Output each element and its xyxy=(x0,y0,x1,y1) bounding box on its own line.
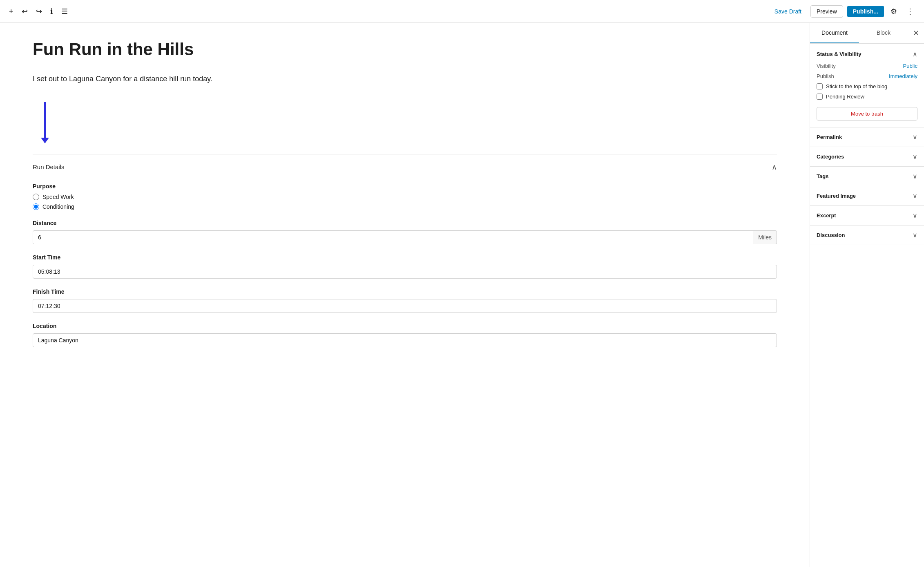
move-to-trash-button[interactable]: Move to trash xyxy=(817,107,917,121)
finish-time-field: Finish Time xyxy=(33,288,777,313)
location-field: Location xyxy=(33,323,777,347)
pending-review-checkbox[interactable] xyxy=(817,94,823,100)
visibility-row: Visibility Public xyxy=(817,63,917,69)
excerpt-section[interactable]: Excerpt ∨ xyxy=(810,206,924,225)
distance-label: Distance xyxy=(33,220,777,226)
arrow-annotation xyxy=(33,102,57,151)
redo-button[interactable]: ↪ xyxy=(33,5,45,18)
start-time-field: Start Time xyxy=(33,254,777,279)
categories-title: Categories xyxy=(817,154,844,160)
publish-row: Publish Immediately xyxy=(817,73,917,79)
stick-to-top-label: Stick to the top of the blog xyxy=(826,83,887,89)
categories-chevron-icon: ∨ xyxy=(913,153,917,161)
pending-review-option: Pending Review xyxy=(817,94,917,100)
redo-icon: ↪ xyxy=(36,8,42,15)
location-label: Location xyxy=(33,323,777,329)
visibility-value[interactable]: Public xyxy=(903,63,917,69)
status-visibility-body: Visibility Public Publish Immediately St… xyxy=(817,63,917,121)
gear-icon: ⚙ xyxy=(891,8,897,15)
distance-input[interactable] xyxy=(33,230,753,244)
content-after: Canyon for a distance hill run today. xyxy=(94,75,212,83)
speed-work-option[interactable]: Speed Work xyxy=(33,194,777,200)
permalink-title: Permalink xyxy=(817,134,842,140)
speed-work-radio[interactable] xyxy=(33,194,39,200)
finish-time-input[interactable] xyxy=(33,299,777,313)
publish-label: Publish xyxy=(817,73,834,79)
main-layout: Fun Run in the Hills I set out to Laguna… xyxy=(0,23,924,567)
purpose-field: Purpose Speed Work Conditioning xyxy=(33,183,777,210)
publish-value[interactable]: Immediately xyxy=(889,73,917,79)
stick-to-top-option: Stick to the top of the blog xyxy=(817,83,917,89)
conditioning-radio[interactable] xyxy=(33,203,39,210)
status-visibility-section: Status & Visibility ∧ Visibility Public … xyxy=(810,44,924,127)
post-title: Fun Run in the Hills xyxy=(33,39,777,60)
more-options-button[interactable]: ⋮ xyxy=(904,5,917,18)
editor-area[interactable]: Fun Run in the Hills I set out to Laguna… xyxy=(0,23,810,567)
tags-section[interactable]: Tags ∨ xyxy=(810,167,924,186)
conditioning-label: Conditioning xyxy=(42,203,74,210)
list-icon: ☰ xyxy=(61,8,68,15)
distance-field: Distance Miles xyxy=(33,220,777,244)
publish-button[interactable]: Publish... xyxy=(847,6,884,17)
featured-image-chevron-icon: ∨ xyxy=(913,192,917,200)
run-details-title: Run Details xyxy=(33,163,65,170)
list-view-button[interactable]: ☰ xyxy=(59,5,70,18)
discussion-section[interactable]: Discussion ∨ xyxy=(810,225,924,245)
tab-block[interactable]: Block xyxy=(859,23,908,43)
undo-icon: ↩ xyxy=(22,8,28,15)
distance-unit: Miles xyxy=(753,230,777,244)
finish-time-label: Finish Time xyxy=(33,288,777,295)
post-content: I set out to Laguna Canyon for a distanc… xyxy=(33,73,777,85)
status-visibility-title: Status & Visibility xyxy=(817,51,862,57)
save-draft-button[interactable]: Save Draft xyxy=(770,6,806,17)
speed-work-label: Speed Work xyxy=(42,194,74,200)
visibility-label: Visibility xyxy=(817,63,836,69)
location-input[interactable] xyxy=(33,333,777,347)
blue-arrow xyxy=(44,102,46,138)
run-details-header[interactable]: Run Details ∧ xyxy=(33,158,777,176)
sidebar-tabs: Document Block ✕ xyxy=(810,23,924,44)
excerpt-title: Excerpt xyxy=(817,212,836,219)
discussion-title: Discussion xyxy=(817,232,845,238)
distance-input-wrapper: Miles xyxy=(33,230,777,244)
content-before: I set out to xyxy=(33,75,69,83)
status-chevron-up-icon: ∧ xyxy=(913,50,917,58)
status-visibility-header[interactable]: Status & Visibility ∧ xyxy=(817,50,917,58)
run-details-body: Purpose Speed Work Conditioning xyxy=(33,176,777,347)
tags-title: Tags xyxy=(817,173,828,179)
stick-to-top-checkbox[interactable] xyxy=(817,83,823,89)
tags-chevron-icon: ∨ xyxy=(913,172,917,180)
conditioning-option[interactable]: Conditioning xyxy=(33,203,777,210)
featured-image-section[interactable]: Featured Image ∨ xyxy=(810,186,924,206)
permalink-chevron-icon: ∨ xyxy=(913,133,917,141)
permalink-section[interactable]: Permalink ∨ xyxy=(810,127,924,147)
pending-review-label: Pending Review xyxy=(826,94,864,100)
purpose-radio-group: Speed Work Conditioning xyxy=(33,194,777,210)
tab-document[interactable]: Document xyxy=(810,23,859,43)
content-link: Laguna xyxy=(69,75,94,83)
start-time-label: Start Time xyxy=(33,254,777,261)
categories-section[interactable]: Categories ∨ xyxy=(810,147,924,167)
run-details-section: Run Details ∧ Purpose Speed Work Conditi xyxy=(33,154,777,347)
start-time-input[interactable] xyxy=(33,265,777,279)
close-sidebar-button[interactable]: ✕ xyxy=(908,23,924,43)
right-sidebar: Document Block ✕ Status & Visibility ∧ V… xyxy=(810,23,924,567)
preview-button[interactable]: Preview xyxy=(810,5,843,18)
featured-image-title: Featured Image xyxy=(817,193,856,199)
add-block-button[interactable]: + xyxy=(7,5,16,18)
undo-button[interactable]: ↩ xyxy=(19,5,30,18)
purpose-label: Purpose xyxy=(33,183,777,190)
info-button[interactable]: ℹ xyxy=(48,5,56,18)
excerpt-chevron-icon: ∨ xyxy=(913,212,917,219)
discussion-chevron-icon: ∨ xyxy=(913,231,917,239)
info-icon: ℹ xyxy=(50,8,53,15)
add-icon: + xyxy=(9,8,13,15)
toolbar: + ↩ ↪ ℹ ☰ Save Draft Preview Publish... … xyxy=(0,0,924,23)
more-icon: ⋮ xyxy=(906,7,915,16)
settings-button[interactable]: ⚙ xyxy=(888,5,899,18)
toolbar-right: Save Draft Preview Publish... ⚙ ⋮ xyxy=(770,5,917,18)
toolbar-left: + ↩ ↪ ℹ ☰ xyxy=(7,5,766,18)
collapse-icon: ∧ xyxy=(772,163,777,172)
